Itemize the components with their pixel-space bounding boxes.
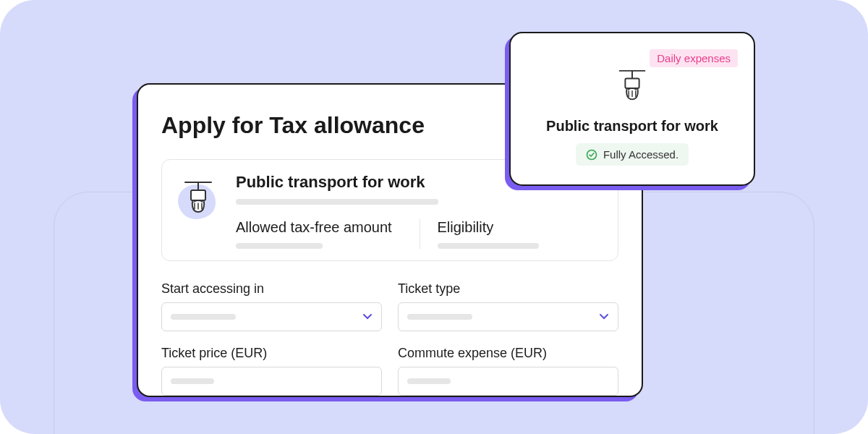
form-grid: Start accessing in Ticket type Ticket pr… bbox=[161, 281, 618, 396]
placeholder-line bbox=[236, 243, 323, 249]
placeholder-line bbox=[171, 314, 236, 320]
start-accessing-select[interactable] bbox=[161, 302, 382, 331]
chevron-down-icon bbox=[362, 313, 373, 320]
commute-expense-field: Commute expense (EUR) bbox=[398, 346, 618, 396]
status-text: Fully Accessed. bbox=[603, 148, 678, 161]
start-accessing-label: Start accessing in bbox=[161, 281, 382, 297]
placeholder-line bbox=[236, 199, 438, 205]
allowed-amount-label: Allowed tax-free amount bbox=[236, 219, 402, 236]
svg-rect-2 bbox=[191, 190, 205, 200]
check-circle-icon bbox=[586, 149, 597, 161]
category-badge: Daily expenses bbox=[650, 49, 738, 67]
svg-rect-5 bbox=[625, 78, 639, 88]
status-badge: Fully Accessed. bbox=[576, 143, 689, 166]
eligibility-label: Eligibility bbox=[438, 219, 604, 236]
start-accessing-field: Start accessing in bbox=[161, 281, 382, 331]
allowance-status-card: Daily expenses Public transport for work… bbox=[509, 32, 755, 186]
commute-expense-label: Commute expense (EUR) bbox=[398, 346, 618, 361]
popup-title: Public transport for work bbox=[527, 118, 738, 135]
stage-background: Apply for Tax allowance Public transport… bbox=[0, 0, 868, 434]
ticket-type-label: Ticket type bbox=[398, 281, 618, 297]
ticket-price-label: Ticket price (EUR) bbox=[161, 346, 382, 361]
chevron-down-icon bbox=[599, 313, 609, 320]
commute-expense-input[interactable] bbox=[398, 367, 618, 396]
ticket-type-field: Ticket type bbox=[398, 281, 618, 331]
placeholder-line bbox=[407, 378, 451, 384]
placeholder-line bbox=[438, 243, 539, 249]
ticket-price-input[interactable] bbox=[161, 367, 382, 396]
placeholder-line bbox=[407, 314, 472, 320]
ticket-type-select[interactable] bbox=[398, 302, 618, 331]
transit-handle-icon bbox=[176, 179, 220, 222]
placeholder-line bbox=[171, 378, 214, 384]
transit-handle-icon bbox=[612, 67, 652, 108]
ticket-price-field: Ticket price (EUR) bbox=[161, 346, 382, 396]
